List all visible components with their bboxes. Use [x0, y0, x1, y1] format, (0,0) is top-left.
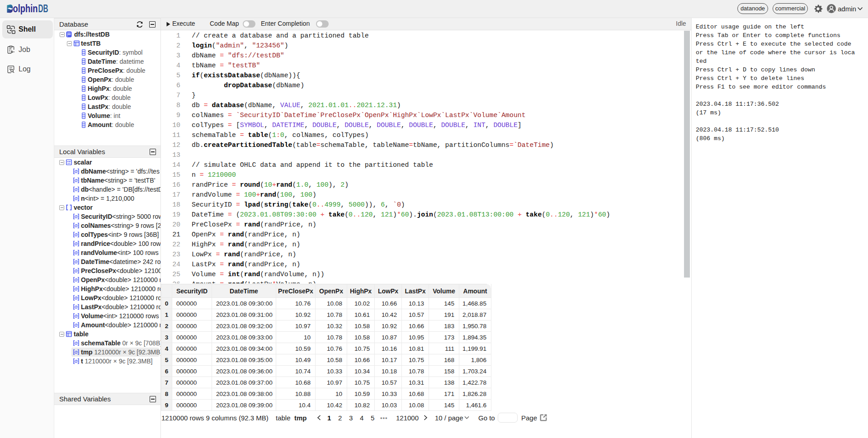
svg-text:@: @ [74, 241, 78, 246]
svg-text:@: @ [74, 250, 78, 255]
svg-text:@: @ [74, 187, 78, 192]
svg-text:@: @ [74, 169, 78, 174]
svg-text:@: @ [74, 287, 78, 291]
svg-text:@: @ [74, 259, 78, 264]
svg-text:@: @ [74, 341, 78, 345]
svg-text:@: @ [74, 305, 78, 309]
svg-text:olphin: olphin [13, 4, 38, 14]
svg-text:@: @ [74, 232, 78, 237]
svg-text:@: @ [74, 296, 78, 300]
svg-text:@: @ [74, 350, 78, 354]
svg-text:@: @ [74, 323, 78, 327]
svg-text:@: @ [74, 268, 78, 273]
svg-text:@: @ [74, 278, 78, 282]
svg-text:@: @ [74, 196, 78, 201]
svg-text:@: @ [74, 223, 78, 228]
svg-text:@: @ [74, 314, 78, 318]
svg-text:DB: DB [38, 4, 48, 14]
svg-text:@: @ [74, 214, 78, 219]
svg-text:@: @ [74, 359, 78, 363]
svg-text:var: var [67, 160, 71, 163]
svg-text:@: @ [74, 178, 78, 183]
